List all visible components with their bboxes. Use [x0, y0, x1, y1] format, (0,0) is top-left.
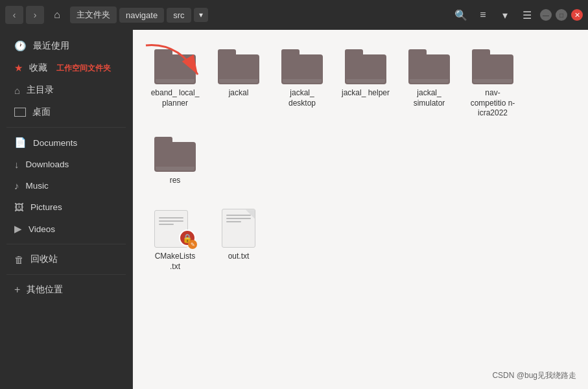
folder-eband[interactable]: eband_ local_ planner	[146, 43, 204, 125]
forward-button[interactable]: ›	[26, 6, 44, 24]
sidebar-label-downloads: Downloads	[26, 159, 69, 169]
file-cmake-name: CMakeLists .txt	[150, 252, 200, 272]
maximize-button[interactable]: □	[556, 9, 567, 21]
sidebar-item-trash[interactable]: 🗑 回收站	[4, 249, 128, 270]
sidebar-label-desktop: 桌面	[32, 106, 51, 118]
minimize-button[interactable]: —	[540, 9, 552, 21]
out-txt-icon	[222, 209, 255, 248]
folder-res-name: res	[170, 176, 181, 186]
annotation-label: 工作空间文件夹	[56, 63, 111, 74]
sidebar-item-videos[interactable]: ▶ Videos	[4, 218, 128, 239]
videos-icon: ▶	[14, 223, 22, 235]
file-grid: eband_ local_ planner jackal jackal_ des…	[146, 43, 575, 279]
view-button[interactable]: ≡	[474, 6, 492, 24]
music-icon: ♪	[14, 180, 19, 191]
desktop-icon	[14, 108, 26, 117]
sidebar-label-other: 其他位置	[27, 284, 63, 296]
sidebar-label-home: 主目录	[27, 84, 54, 96]
folder-nav-competition-icon	[472, 49, 513, 84]
sidebar-item-recent[interactable]: 🕐 最近使用	[4, 36, 128, 56]
folder-nav-competition-name: nav- competitio n-icra2022	[467, 88, 518, 119]
folder-res[interactable]: res	[146, 130, 204, 193]
home-button[interactable]: ⌂	[48, 6, 66, 24]
sidebar-item-starred[interactable]: ★ 收藏 工作空间文件夹	[4, 58, 128, 78]
folder-jackal-name: jackal	[229, 88, 249, 99]
file-out[interactable]: out.txt	[209, 202, 268, 278]
pictures-icon: 🖼	[14, 202, 24, 213]
view-dropdown-button[interactable]: ▾	[496, 6, 514, 24]
breadcrumb-navigate[interactable]: navigate	[119, 8, 164, 23]
sidebar-item-other[interactable]: + 其他位置	[4, 279, 128, 300]
breadcrumb-root[interactable]: 主文件夹	[70, 6, 117, 23]
folder-jackal[interactable]: jackal	[209, 43, 268, 125]
recent-icon: 🕐	[14, 40, 27, 52]
folder-jackal-helper-icon	[345, 49, 386, 84]
menu-button[interactable]: ☰	[518, 6, 536, 24]
sidebar-item-documents[interactable]: 📄 Documents	[4, 132, 128, 153]
folder-jackal-simulator-icon	[408, 49, 450, 84]
close-button[interactable]: ✕	[571, 9, 583, 21]
folder-jackal-helper-name: jackal_ helper	[342, 88, 390, 99]
sidebar-item-desktop[interactable]: 桌面	[4, 102, 128, 123]
sidebar-label-recent: 最近使用	[33, 40, 69, 52]
cmake-pencil-icon: ✎	[188, 240, 197, 249]
folder-jackal-helper[interactable]: jackal_ helper	[336, 43, 395, 125]
sidebar-divider-3	[6, 274, 126, 275]
folder-jackal-desktop-name: jackal_ desktop	[277, 88, 327, 108]
documents-icon: 📄	[14, 137, 27, 148]
folder-eband-icon	[154, 49, 196, 84]
sidebar-label-trash: 回收站	[30, 253, 58, 265]
sidebar-divider-1	[6, 127, 126, 128]
folder-res-icon	[154, 137, 196, 172]
folder-jackal-icon	[218, 49, 259, 84]
back-button[interactable]: ‹	[5, 6, 23, 24]
sidebar-item-pictures[interactable]: 🖼 Pictures	[4, 197, 128, 217]
sidebar-label-starred: 收藏	[29, 62, 47, 74]
downloads-icon: ↓	[14, 159, 19, 170]
folder-jackal-simulator[interactable]: jackal_ simulator	[400, 43, 458, 125]
folder-jackal-desktop-icon	[281, 49, 323, 84]
sidebar-label-music: Music	[26, 181, 49, 191]
folder-jackal-simulator-name: jackal_ simulator	[404, 88, 454, 108]
breadcrumb-src[interactable]: src	[167, 8, 191, 23]
other-icon: +	[14, 284, 20, 296]
titlebar-actions: 🔍 ≡ ▾ ☰ — □ ✕	[452, 6, 583, 24]
home-icon: ⌂	[14, 85, 20, 96]
trash-icon: 🗑	[14, 254, 24, 265]
sidebar-label-documents: Documents	[33, 138, 77, 148]
breadcrumb-dropdown[interactable]: ▾	[194, 8, 208, 22]
titlebar: ‹ › ⌂ 主文件夹 navigate src ▾ 🔍 ≡ ▾ ☰ — □ ✕	[0, 0, 588, 30]
folder-nav-competition[interactable]: nav- competitio n-icra2022	[464, 43, 522, 125]
sidebar-label-pictures: Pictures	[30, 202, 62, 212]
sidebar-label-videos: Videos	[29, 224, 55, 234]
sidebar: 🕐 最近使用 ★ 收藏 工作空间文件夹 ⌂ 主目录 桌面 📄 Documents…	[0, 30, 133, 389]
folder-eband-name: eband_ local_ planner	[150, 88, 200, 108]
folder-jackal-desktop[interactable]: jackal_ desktop	[273, 43, 331, 125]
sidebar-item-home[interactable]: ⌂ 主目录	[4, 80, 128, 100]
cmake-icon-wrap: 🔒 ✎	[154, 209, 196, 248]
sidebar-item-downloads[interactable]: ↓ Downloads	[4, 154, 128, 174]
search-button[interactable]: 🔍	[452, 6, 470, 24]
file-out-name: out.txt	[228, 252, 250, 262]
sidebar-item-music[interactable]: ♪ Music	[4, 176, 128, 196]
sidebar-divider-2	[6, 244, 126, 244]
file-cmake[interactable]: 🔒 ✎ CMakeLists .txt	[146, 202, 204, 278]
file-area: eband_ local_ planner jackal jackal_ des…	[133, 30, 588, 389]
main-content: 🕐 最近使用 ★ 收藏 工作空间文件夹 ⌂ 主目录 桌面 📄 Documents…	[0, 30, 588, 389]
star-icon: ★	[14, 62, 23, 74]
